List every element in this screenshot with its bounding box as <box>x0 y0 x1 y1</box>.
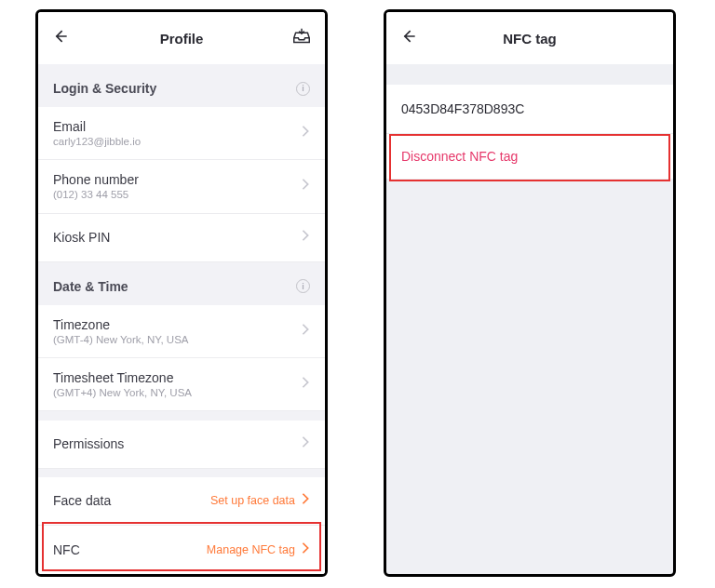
info-icon[interactable]: i <box>296 279 310 293</box>
row-email[interactable]: Email carly123@jibble.io <box>38 107 325 160</box>
nfc-tag-screen: NFC tag 0453D84F378D893C Disconnect NFC … <box>384 9 676 577</box>
row-value: (012) 33 44 555 <box>53 189 139 200</box>
chevron-right-icon <box>301 376 310 393</box>
back-icon[interactable] <box>399 27 418 49</box>
row-label: Timezone <box>53 317 189 332</box>
header: NFC tag <box>386 12 673 64</box>
inbox-icon[interactable] <box>291 26 312 50</box>
row-value: (GMT+4) New York, NY, USA <box>53 387 192 398</box>
row-kiosk-pin[interactable]: Kiosk PIN <box>38 214 325 262</box>
page-title: Profile <box>160 31 204 47</box>
action-text: Manage NFC tag <box>207 543 295 556</box>
profile-screen: Profile Login & Security i Email carly12… <box>35 9 328 577</box>
chevron-right-icon <box>301 125 310 141</box>
page-title: NFC tag <box>503 31 557 47</box>
chevron-right-icon <box>301 492 310 509</box>
section-title: Date & Time <box>53 279 128 294</box>
row-value: carly123@jibble.io <box>53 136 141 147</box>
row-label: Timesheet Timezone <box>53 370 192 385</box>
row-label: Phone number <box>53 172 139 187</box>
row-label: Email <box>53 119 141 134</box>
info-icon[interactable]: i <box>296 82 310 96</box>
row-face-data[interactable]: Face data Set up face data <box>38 477 325 526</box>
chevron-right-icon <box>301 178 310 194</box>
chevron-right-icon <box>301 323 310 340</box>
chevron-right-icon <box>301 435 310 452</box>
section-login-security: Login & Security i <box>38 64 325 107</box>
row-permissions[interactable]: Permissions <box>38 421 325 469</box>
row-phone[interactable]: Phone number (012) 33 44 555 <box>38 160 325 213</box>
action-text: Set up face data <box>210 494 295 507</box>
row-label: Permissions <box>53 436 124 451</box>
back-icon[interactable] <box>51 27 70 49</box>
row-label: NFC <box>53 542 80 557</box>
row-timesheet-timezone[interactable]: Timesheet Timezone (GMT+4) New York, NY,… <box>38 358 325 411</box>
chevron-right-icon <box>301 541 310 558</box>
section-date-time: Date & Time i <box>38 262 325 305</box>
chevron-right-icon <box>301 229 310 246</box>
disconnect-nfc-button[interactable]: Disconnect NFC tag <box>386 133 673 179</box>
section-title: Login & Security <box>53 81 156 96</box>
row-value: (GMT-4) New York, NY, USA <box>53 334 189 345</box>
header: Profile <box>38 12 325 64</box>
row-label: Face data <box>53 493 111 508</box>
row-nfc[interactable]: NFC Manage NFC tag <box>38 526 325 574</box>
nfc-tag-id: 0453D84F378D893C <box>386 85 673 133</box>
row-timezone[interactable]: Timezone (GMT-4) New York, NY, USA <box>38 305 325 358</box>
row-label: Kiosk PIN <box>53 230 110 245</box>
